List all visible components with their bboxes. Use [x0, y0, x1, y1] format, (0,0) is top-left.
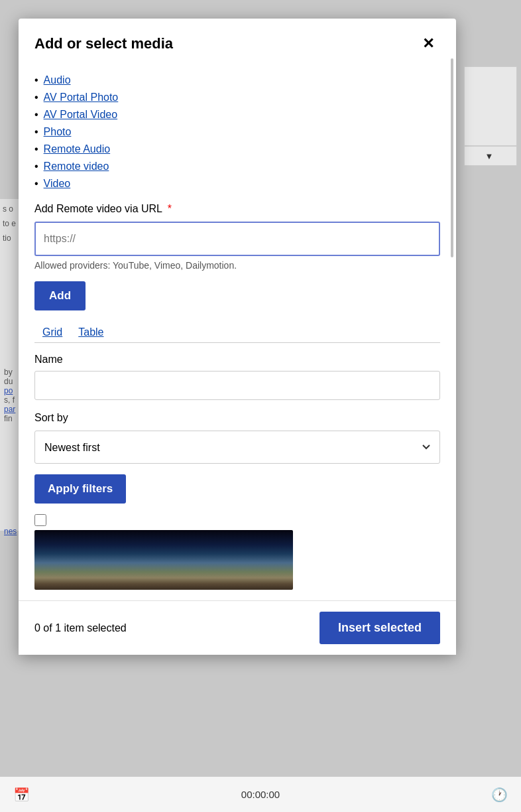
media-type-photo-link[interactable]: Photo	[44, 126, 72, 138]
required-marker: *	[168, 203, 172, 214]
sort-select[interactable]: Newest first Oldest first Name A-Z Name …	[34, 431, 440, 464]
name-filter-input[interactable]	[34, 371, 440, 400]
selection-count: 0 of 1 item selected	[34, 622, 127, 634]
modal: Add or select media ✕ Audio AV Portal Ph…	[19, 19, 456, 655]
tab-table[interactable]: Table	[70, 322, 111, 342]
apply-filters-button[interactable]: Apply filters	[34, 474, 126, 504]
list-item: AV Portal Photo	[34, 89, 440, 106]
insert-selected-button[interactable]: Insert selected	[319, 612, 440, 644]
allowed-providers-text: Allowed providers: YouTube, Vimeo, Daily…	[34, 260, 440, 271]
name-filter-label: Name	[34, 354, 440, 366]
tab-grid[interactable]: Grid	[34, 322, 70, 342]
modal-footer: 0 of 1 item selected Insert selected	[19, 600, 456, 655]
list-item: Photo	[34, 123, 440, 141]
media-type-avportal-photo-link[interactable]: AV Portal Photo	[44, 92, 119, 103]
media-thumbnail	[34, 530, 293, 590]
remote-video-label: Add Remote video via URL *	[34, 203, 440, 215]
modal-title: Add or select media	[34, 35, 173, 52]
media-item-row	[34, 514, 440, 590]
list-item: Video	[34, 175, 440, 192]
view-tabs: Grid Table	[34, 322, 440, 343]
media-type-remote-video-link[interactable]: Remote video	[44, 161, 109, 172]
toolbar-time: 00:00:00	[241, 789, 280, 800]
list-item: Remote Audio	[34, 141, 440, 158]
modal-body: Audio AV Portal Photo AV Portal Video Ph…	[19, 66, 456, 590]
media-type-remote-audio-link[interactable]: Remote Audio	[44, 143, 111, 155]
thumbnail-image	[34, 530, 293, 590]
modal-header: Add or select media ✕	[19, 19, 456, 66]
close-button[interactable]: ✕	[416, 32, 440, 56]
media-type-audio-link[interactable]: Audio	[44, 74, 71, 86]
checkbox-row	[34, 514, 440, 526]
list-item: Remote video	[34, 158, 440, 175]
bottom-toolbar: 📅 00:00:00 🕐	[0, 776, 521, 812]
list-item: AV Portal Video	[34, 106, 440, 123]
sort-by-label: Sort by	[34, 412, 440, 424]
list-item: Audio	[34, 72, 440, 89]
url-input[interactable]	[34, 222, 440, 256]
clock-icon[interactable]: 🕐	[491, 787, 508, 803]
calendar-icon[interactable]: 📅	[13, 787, 30, 803]
item-checkbox[interactable]	[34, 514, 46, 526]
media-type-video-link[interactable]: Video	[44, 178, 71, 190]
add-button[interactable]: Add	[34, 281, 86, 310]
media-type-list: Audio AV Portal Photo AV Portal Video Ph…	[34, 66, 440, 203]
media-type-avportal-video-link[interactable]: AV Portal Video	[44, 109, 117, 121]
